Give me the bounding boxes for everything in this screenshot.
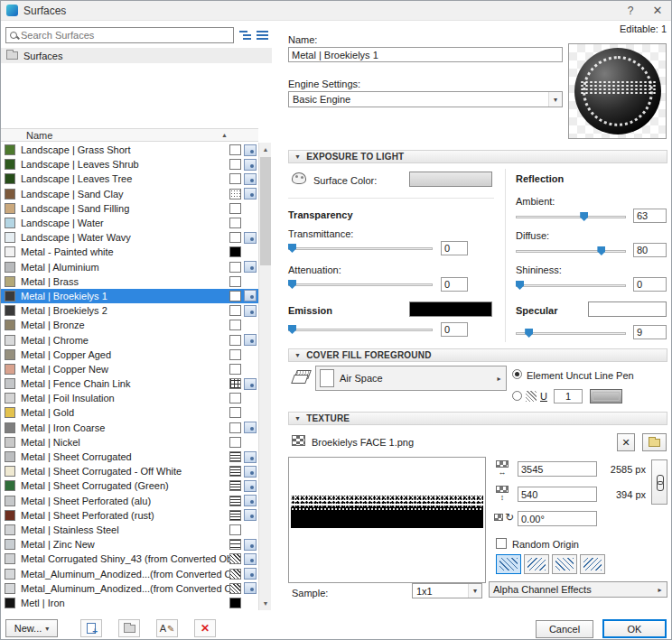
element-uncut-line-pen-radio[interactable] <box>512 369 522 379</box>
diffuse-slider[interactable] <box>516 245 626 257</box>
name-column-header[interactable]: Name <box>26 130 52 141</box>
tree-root-surfaces[interactable]: Surfaces <box>1 48 272 63</box>
pen-color-button[interactable] <box>590 389 622 403</box>
ambient-slider[interactable] <box>516 210 626 223</box>
surface-row[interactable]: Metal | Bronze <box>1 318 258 332</box>
texture-angle-input[interactable] <box>518 511 597 526</box>
remove-texture-button[interactable]: ✕ <box>617 433 635 451</box>
surface-row[interactable]: Metal | Sheet Perforated (rust) <box>1 508 258 523</box>
surface-row[interactable]: Metal | Sheet Corrugated <box>1 450 258 464</box>
specular-value-input[interactable] <box>633 325 667 339</box>
slider-thumb[interactable] <box>288 325 296 334</box>
random-origin-checkbox[interactable] <box>496 538 507 549</box>
specular-color-swatch[interactable] <box>588 301 667 317</box>
rename-button[interactable]: A ✎ <box>156 619 178 637</box>
emission-value-input[interactable] <box>441 322 468 337</box>
diffuse-value-input[interactable] <box>633 243 667 257</box>
surface-row[interactable]: Landscape | Leaves Shrub <box>1 157 258 172</box>
surface-row[interactable]: Metal | Sheet Perforated (alu) <box>1 494 258 508</box>
surface-row[interactable]: Metal | Copper Aged <box>1 348 258 362</box>
ambient-value-input[interactable] <box>633 209 667 223</box>
surface-row[interactable]: Metal | Zinc New <box>1 537 258 552</box>
surface-row[interactable]: Landscape | Sand Filling <box>1 201 258 216</box>
surface-row[interactable]: Metal | Brass <box>1 274 258 289</box>
surface-row[interactable]: Metal_Aluminum_Anodized...(from Converte… <box>1 581 258 596</box>
surface-color-swatch[interactable] <box>409 172 492 187</box>
surface-row[interactable]: Metal | Copper New <box>1 362 258 376</box>
surface-row[interactable]: Metal | Foil Insulation <box>1 391 258 405</box>
slider-thumb[interactable] <box>516 281 524 290</box>
emission-color-swatch[interactable] <box>409 301 492 317</box>
surface-name-label: Metal | Nickel <box>21 437 229 448</box>
surface-row[interactable]: Landscape | Grass Short <box>1 143 258 157</box>
surface-row[interactable]: Metal | Stainless Steel <box>1 523 258 537</box>
slider-thumb[interactable] <box>525 329 533 338</box>
surface-row[interactable]: Metal | Sheet Corrugated (Green) <box>1 478 258 493</box>
section-exposure-to-light[interactable]: ▼ EXPOSURE TO LIGHT <box>288 150 667 163</box>
transmittance-slider[interactable] <box>288 242 433 255</box>
texture-height-input[interactable] <box>518 487 597 502</box>
scroll-down-button[interactable]: ▼ <box>259 597 272 610</box>
surface-row[interactable]: Metal | Iron Coarse <box>1 421 258 435</box>
mirror-x-button[interactable] <box>524 554 549 574</box>
surface-row[interactable]: Metal | Sheet Corrugated - Off White <box>1 464 258 478</box>
surface-row[interactable]: Metal | Nickel <box>1 435 258 450</box>
slider-thumb[interactable] <box>288 280 296 289</box>
section-texture[interactable]: ▼ TEXTURE <box>288 412 667 425</box>
texture-width-input[interactable] <box>518 461 597 477</box>
search-input[interactable] <box>21 29 233 42</box>
list-scrollbar[interactable]: ▲ ▼ <box>258 143 271 610</box>
mirror-none-button[interactable] <box>496 554 521 574</box>
mirror-xy-button[interactable] <box>580 554 605 574</box>
cover-fill-picker[interactable]: Air Space ▸ <box>315 366 507 391</box>
close-button[interactable]: ✕ <box>644 1 671 21</box>
delete-surface-button[interactable]: ✕ <box>194 619 216 637</box>
list-view-button[interactable] <box>255 27 270 43</box>
duplicate-surface-button[interactable] <box>80 619 102 637</box>
surface-row[interactable]: Landscape | Water <box>1 216 258 230</box>
alpha-channel-effects-label: Alpha Channel Effects <box>493 584 592 595</box>
new-surface-button[interactable]: New... ▾ <box>5 619 58 637</box>
surface-row[interactable]: Metal | Aluminium <box>1 260 258 274</box>
attenuation-slider[interactable] <box>288 278 433 291</box>
list-header[interactable]: Name ▲ <box>1 128 258 142</box>
alpha-channel-effects-button[interactable]: Alpha Channel Effects ▸ <box>489 581 667 598</box>
surface-row[interactable]: Landscape | Water Wavy <box>1 230 258 245</box>
ok-button[interactable]: OK <box>602 619 667 638</box>
shininess-value-input[interactable] <box>633 277 667 292</box>
mirror-y-button[interactable] <box>552 554 577 574</box>
surface-row[interactable]: Metal | Broekielys 2 <box>1 303 258 318</box>
surface-row[interactable]: Metal | Gold <box>1 405 258 420</box>
sample-select[interactable]: 1x1 ▾ <box>412 583 482 598</box>
custom-pen-radio[interactable] <box>512 391 522 401</box>
surface-row[interactable]: Metal | Broekielys 1 <box>1 289 258 303</box>
slider-thumb[interactable] <box>597 246 605 255</box>
surface-row[interactable]: Landscape | Sand Clay <box>1 187 258 201</box>
pen-number-input[interactable] <box>554 389 583 403</box>
surface-row[interactable]: Metal | Fence Chain Link <box>1 376 258 391</box>
surface-row[interactable]: Metl | Iron <box>1 596 258 610</box>
browse-texture-button[interactable] <box>642 433 667 451</box>
surface-row[interactable]: Metal_Aluminum_Anodized...(from Converte… <box>1 566 258 580</box>
scroll-thumb[interactable] <box>260 157 271 265</box>
surface-row[interactable]: Metal - Painted white <box>1 245 258 259</box>
surface-row[interactable]: Metal | Chrome <box>1 332 258 347</box>
help-button[interactable]: ? <box>617 1 644 21</box>
tree-view-button[interactable] <box>238 27 253 43</box>
surface-name-input[interactable] <box>288 47 563 62</box>
cancel-button[interactable]: Cancel <box>536 620 593 638</box>
surface-row[interactable]: Landscape | Leaves Tree <box>1 172 258 186</box>
engine-settings-select[interactable]: Basic Engine ▾ <box>288 91 563 107</box>
new-folder-button[interactable] <box>118 619 140 637</box>
scroll-up-button[interactable]: ▲ <box>259 143 272 156</box>
slider-thumb[interactable] <box>288 244 296 253</box>
surface-row[interactable]: Metal Corrugated Shiny_43 (from Converte… <box>1 552 258 566</box>
keep-proportions-button[interactable] <box>651 459 667 505</box>
emission-slider[interactable] <box>288 323 433 336</box>
shininess-slider[interactable] <box>516 279 626 292</box>
attenuation-value-input[interactable] <box>441 277 468 292</box>
section-cover-fill[interactable]: ▼ COVER FILL FOREGROUND <box>288 348 667 362</box>
transmittance-value-input[interactable] <box>441 241 468 255</box>
slider-thumb[interactable] <box>580 212 588 221</box>
specular-slider[interactable] <box>516 327 626 339</box>
